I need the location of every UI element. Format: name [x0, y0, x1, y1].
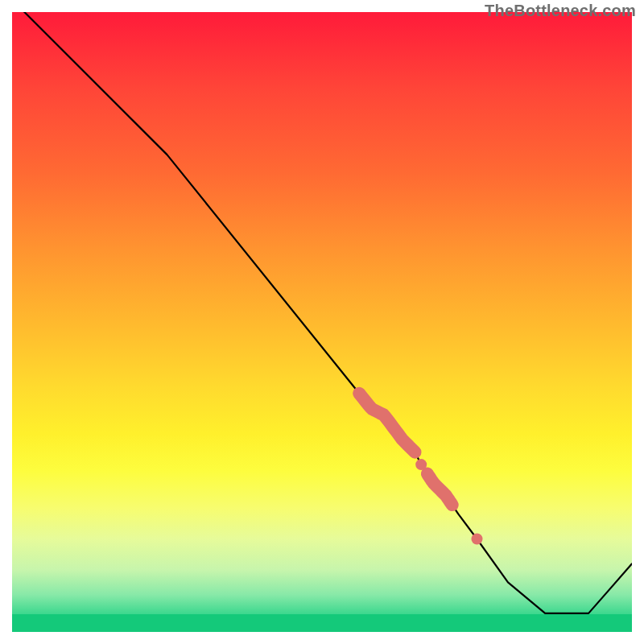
watermark-text: TheBottleneck.com: [485, 2, 636, 20]
highlight-segment: [359, 394, 415, 452]
chart-overlay: [12, 12, 632, 632]
highlight-segment: [427, 474, 452, 506]
curve-line: [12, 12, 632, 613]
plot-area: [12, 12, 632, 632]
chart-canvas: TheBottleneck.com: [0, 0, 644, 644]
highlight-dot: [472, 534, 483, 545]
highlight-dot: [415, 459, 427, 470]
